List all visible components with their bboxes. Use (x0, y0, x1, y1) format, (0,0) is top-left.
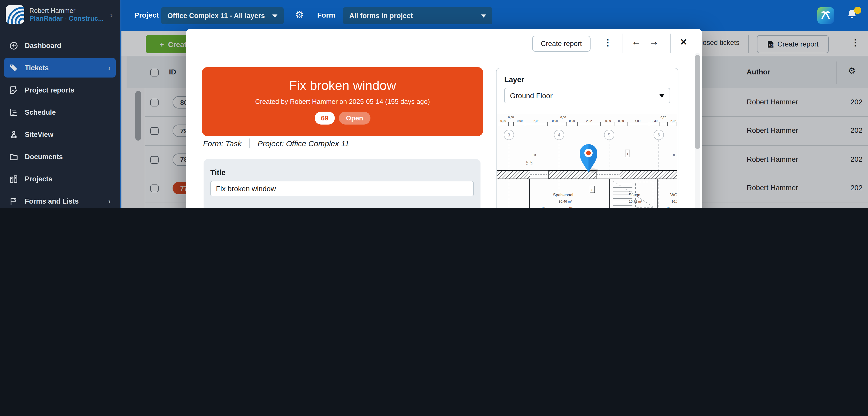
sidebar: Robert Hammer PlanRadar - Construc... › … (0, 0, 121, 208)
flag-icon (9, 197, 18, 205)
person-pin-icon (9, 130, 18, 139)
svg-text:0,26: 0,26 (660, 116, 666, 119)
meta-divider (249, 139, 250, 148)
sidebar-item-projects[interactable]: Projects (4, 169, 116, 189)
buildings-icon (9, 174, 18, 183)
svg-text:4,00: 4,00 (635, 119, 641, 122)
svg-text:03: 03 (569, 206, 572, 208)
app-window: Robert Hammer PlanRadar - Construc... › … (0, 0, 868, 208)
chevron-down-icon (659, 94, 664, 97)
svg-text:WC: WC (671, 193, 677, 197)
svg-text:0,99: 0,99 (517, 119, 523, 122)
tag-icon (9, 63, 18, 72)
modal-scrollbar-thumb[interactable] (695, 55, 700, 149)
user-name: Robert Hammer (29, 7, 105, 14)
svg-text:2,00: 2,00 (526, 161, 529, 166)
modal-scrollbar[interactable] (695, 53, 700, 208)
create-report-label: Create report (541, 40, 582, 48)
layer-panel: Layer Ground Floor 0,99 0,30 (496, 68, 678, 208)
chevron-down-icon (481, 14, 486, 17)
sidebar-nav: Dashboard Tickets › Project reports Sche… (0, 33, 120, 208)
chevron-down-icon (272, 14, 277, 17)
ticket-created-line: Created by Robert Hammer on 2025-05-14 (… (202, 98, 483, 106)
svg-text:2,02: 2,02 (533, 119, 539, 122)
sidebar-item-label: Documents (25, 153, 63, 160)
title-input-value: Fix broken window (216, 184, 276, 193)
svg-text:0,99: 0,99 (569, 119, 575, 122)
ticket-id-badge: 69 (315, 112, 335, 124)
svg-text:0,30: 0,30 (618, 119, 624, 122)
sidebar-item-label: Project reports (25, 86, 74, 94)
layer-select[interactable]: Ground Floor (504, 88, 670, 103)
modal-kebab-menu[interactable]: ⋮ (603, 37, 612, 48)
title-input[interactable]: Fix broken window (210, 181, 474, 197)
gantt-icon (9, 108, 18, 117)
form-label: Form (317, 11, 335, 19)
svg-text:30,46 m²: 30,46 m² (559, 200, 572, 203)
chevron-right-icon: › (108, 197, 111, 205)
sidebar-item-siteview[interactable]: SiteView (4, 124, 116, 144)
gauge-icon (9, 41, 18, 50)
report-icon (9, 86, 18, 94)
svg-text:8: 8 (591, 188, 593, 192)
sidebar-item-label: Schedule (25, 108, 56, 116)
svg-text:0,30: 0,30 (560, 116, 566, 119)
topbar: Project Office Complex 11 - All layers ⚙… (121, 0, 868, 31)
header-divider (670, 34, 671, 53)
project-settings-gear-icon[interactable]: ⚙ (295, 9, 304, 21)
sidebar-item-project-reports[interactable]: Project reports (4, 80, 116, 100)
project-label: Project (134, 11, 159, 19)
svg-text:6: 6 (658, 133, 660, 137)
create-report-button-modal[interactable]: Create report (532, 36, 591, 52)
sidebar-item-label: Dashboard (25, 41, 61, 49)
svg-text:05: 05 (673, 153, 676, 156)
svg-text:1,50: 1,50 (530, 161, 533, 166)
folder-icon (9, 152, 18, 161)
svg-text:02: 02 (542, 206, 545, 208)
sidebar-item-label: SiteView (25, 130, 54, 138)
sidebar-item-dashboard[interactable]: Dashboard (4, 36, 116, 55)
account-name: PlanRadar - Construc... (29, 14, 105, 22)
sidebar-item-schedule[interactable]: Schedule (4, 102, 116, 122)
svg-text:1: 1 (626, 152, 628, 156)
planradar-connect-icon[interactable] (817, 7, 834, 24)
svg-text:0,99: 0,99 (552, 119, 558, 122)
svg-text:2,02: 2,02 (586, 119, 592, 122)
svg-text:4: 4 (558, 133, 560, 137)
close-icon[interactable]: ✕ (680, 37, 687, 48)
svg-text:2,02: 2,02 (671, 119, 676, 122)
svg-text:04: 04 (667, 206, 670, 208)
ticket-status-badge: Open (339, 112, 370, 124)
planradar-logo (6, 5, 24, 24)
meta-form: Form: Task (203, 139, 242, 148)
sidebar-item-label: Projects (25, 175, 53, 183)
sidebar-item-tickets[interactable]: Tickets › (4, 58, 116, 78)
ticket-form-panel: Title Fix broken window Status i Open Pr… (204, 159, 480, 208)
previous-ticket-arrow-icon[interactable]: ← (631, 36, 641, 48)
svg-text:0,99: 0,99 (500, 119, 506, 122)
chevron-right-icon: › (110, 10, 116, 19)
project-select-value: Office Complex 11 - All layers (167, 12, 265, 20)
svg-text:0,99: 0,99 (605, 119, 611, 122)
layer-label: Layer (504, 76, 670, 84)
title-label: Title (210, 169, 474, 177)
notification-dot (854, 7, 861, 14)
sidebar-item-forms-and-lists[interactable]: Forms and Lists › (4, 191, 116, 208)
form-select[interactable]: All forms in project (343, 7, 492, 24)
notifications-bell-icon[interactable] (847, 9, 858, 21)
floor-plan-preview[interactable]: 0,99 0,30 0,99 2,02 0,99 0,30 0,99 2,02 … (497, 114, 677, 208)
sidebar-item-documents[interactable]: Documents (4, 147, 116, 167)
account-switcher[interactable]: Robert Hammer PlanRadar - Construc... › (0, 0, 120, 29)
chevron-right-icon: › (108, 64, 111, 71)
svg-text:Speisesaal: Speisesaal (553, 193, 573, 197)
next-ticket-arrow-icon[interactable]: → (649, 36, 659, 48)
svg-text:0,30: 0,30 (652, 119, 657, 122)
svg-text:3: 3 (508, 133, 510, 137)
svg-text:16,1: 16,1 (672, 200, 677, 203)
ticket-title: Fix broken window (202, 78, 483, 93)
svg-text:03: 03 (533, 153, 536, 156)
form-select-value: All forms in project (349, 12, 413, 20)
project-select[interactable]: Office Complex 11 - All layers (161, 7, 284, 24)
ticket-detail-modal: Create report ⋮ ← → ✕ Fix broken window … (186, 29, 702, 208)
ticket-header-card: Fix broken window Created by Robert Hamm… (202, 67, 483, 136)
